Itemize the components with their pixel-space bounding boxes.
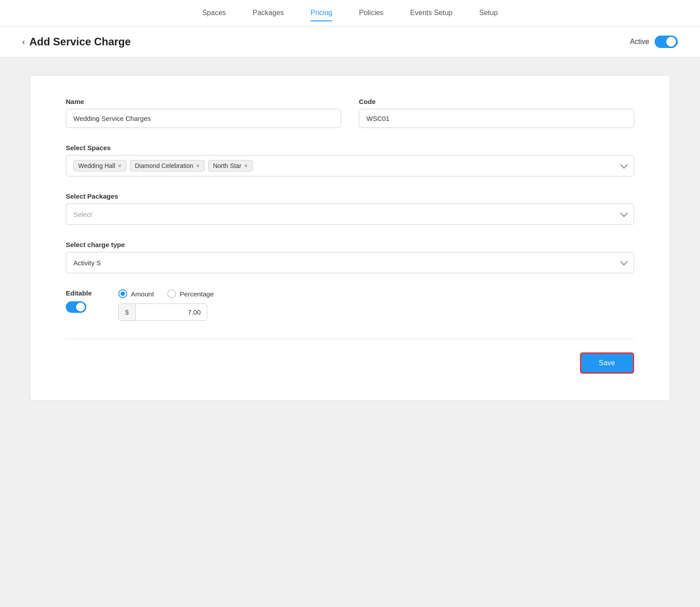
amount-section: Amount Percentage $ — [118, 289, 634, 321]
tag-north-star-close[interactable]: × — [244, 163, 248, 169]
tag-north-star: North Star × — [208, 160, 253, 172]
radio-row: Amount Percentage — [118, 289, 634, 298]
select-spaces-chevron — [620, 161, 628, 169]
dollar-sign: $ — [119, 304, 135, 320]
tag-diamond-celebration-close[interactable]: × — [196, 163, 200, 169]
tag-wedding-hall-label: Wedding Hall — [78, 162, 115, 169]
active-toggle[interactable] — [655, 36, 678, 48]
radio-amount-circle — [118, 289, 127, 298]
code-input[interactable] — [359, 109, 634, 128]
active-section: Active — [630, 36, 678, 48]
charge-type-value: Activity S — [73, 259, 101, 267]
select-packages-label: Select Packages — [66, 192, 634, 200]
radio-percentage-circle — [167, 289, 176, 298]
tag-wedding-hall-close[interactable]: × — [118, 163, 121, 169]
select-charge-container[interactable]: Activity S — [66, 252, 634, 273]
editable-label: Editable — [66, 289, 92, 297]
code-label: Code — [359, 98, 634, 105]
select-charge-group: Select charge type Activity S — [66, 241, 634, 273]
nav-policies[interactable]: Policies — [359, 5, 383, 21]
tag-north-star-label: North Star — [213, 162, 241, 169]
select-charge-label: Select charge type — [66, 241, 634, 248]
code-group: Code — [359, 98, 634, 128]
select-packages-group: Select Packages Select — [66, 192, 634, 225]
dollar-input-wrap: $ — [118, 304, 207, 321]
radio-percentage[interactable]: Percentage — [167, 289, 214, 298]
back-title: ‹ Add Service Charge — [22, 36, 131, 48]
select-spaces-group: Select Spaces Wedding Hall × Diamond Cel… — [66, 144, 634, 176]
nav-pricing[interactable]: Pricing — [310, 5, 332, 21]
name-input[interactable] — [66, 109, 341, 128]
select-spaces-label: Select Spaces — [66, 144, 634, 152]
radio-percentage-label: Percentage — [180, 290, 214, 298]
back-button[interactable]: ‹ — [22, 37, 25, 47]
name-label: Name — [66, 98, 341, 105]
editable-toggle[interactable] — [66, 301, 86, 313]
nav-packages[interactable]: Packages — [253, 5, 284, 21]
select-packages-placeholder: Select — [73, 211, 92, 218]
select-charge-chevron — [620, 258, 628, 266]
top-nav: Spaces Packages Pricing Policies Events … — [0, 0, 700, 27]
amount-input[interactable] — [136, 304, 207, 320]
name-group: Name — [66, 98, 341, 128]
select-spaces-container[interactable]: Wedding Hall × Diamond Celebration × Nor… — [66, 155, 634, 176]
nav-setup[interactable]: Setup — [479, 5, 498, 21]
tag-wedding-hall: Wedding Hall × — [73, 160, 126, 172]
select-packages-container[interactable]: Select — [66, 204, 634, 225]
radio-amount-label: Amount — [131, 290, 154, 298]
select-packages-chevron — [620, 210, 628, 217]
tag-diamond-celebration-label: Diamond Celebration — [135, 162, 193, 169]
select-spaces-box[interactable]: Wedding Hall × Diamond Celebration × Nor… — [66, 155, 634, 176]
save-row: Save — [66, 352, 634, 374]
bottom-row: Editable Amount Percentage — [66, 289, 634, 321]
select-charge-box[interactable]: Activity S — [66, 252, 634, 273]
editable-section: Editable — [66, 289, 92, 313]
nav-spaces[interactable]: Spaces — [202, 5, 226, 21]
main-form-card: Name Code Select Spaces Wedding Hall × D… — [30, 75, 670, 401]
page-header: ‹ Add Service Charge Active — [0, 27, 700, 57]
divider — [66, 339, 634, 339]
save-button[interactable]: Save — [580, 352, 634, 374]
nav-events-setup[interactable]: Events Setup — [410, 5, 452, 21]
radio-amount[interactable]: Amount — [118, 289, 154, 298]
page-title: Add Service Charge — [29, 36, 131, 48]
name-code-row: Name Code — [66, 98, 634, 128]
tag-diamond-celebration: Diamond Celebration × — [130, 160, 205, 172]
active-label: Active — [630, 38, 649, 46]
select-packages-box[interactable]: Select — [66, 204, 634, 225]
